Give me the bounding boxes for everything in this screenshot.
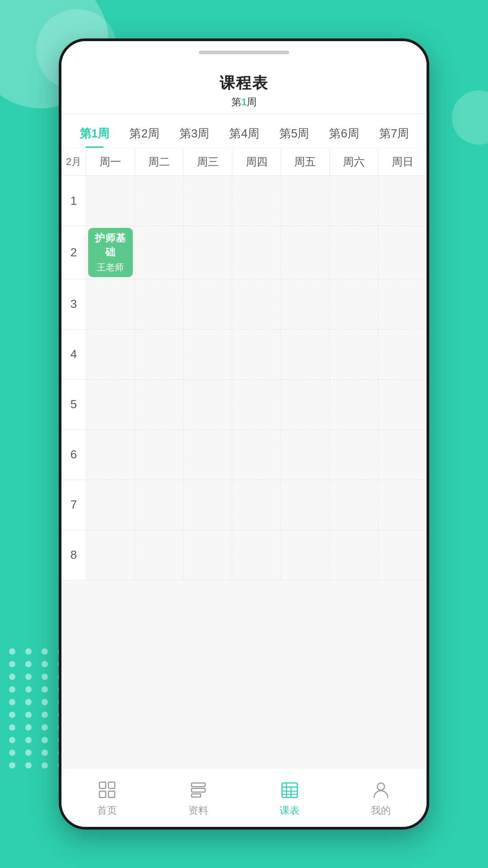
cell-1-sun[interactable] <box>378 176 427 226</box>
cell-7-wed[interactable] <box>183 480 232 530</box>
cell-3-sun[interactable] <box>378 279 427 329</box>
day-header-sat: 周六 <box>330 148 379 175</box>
cell-4-fri[interactable] <box>281 330 330 379</box>
cell-1-mon[interactable] <box>86 176 135 226</box>
svg-rect-2 <box>99 791 106 797</box>
nav-item-profile[interactable]: 我的 <box>335 778 427 817</box>
cell-4-sat[interactable] <box>330 330 379 379</box>
course-teacher: 王老师 <box>97 261 124 274</box>
cell-3-thu[interactable] <box>232 279 281 329</box>
cell-4-tue[interactable] <box>135 330 184 379</box>
cell-1-wed[interactable] <box>183 176 232 226</box>
nav-item-materials[interactable]: 资料 <box>153 778 244 817</box>
header: 课程表 第1周 <box>61 64 427 114</box>
cell-3-tue[interactable] <box>135 279 184 329</box>
svg-rect-4 <box>192 783 205 787</box>
period-num-6: 6 <box>61 430 86 480</box>
week-tab-8[interactable]: 第8周 <box>420 121 427 148</box>
cell-1-sat[interactable] <box>330 176 379 226</box>
period-num-1: 1 <box>61 176 86 226</box>
cell-5-mon[interactable] <box>86 380 135 429</box>
cell-7-sun[interactable] <box>378 480 427 530</box>
cell-7-tue[interactable] <box>135 480 184 530</box>
cell-3-sat[interactable] <box>330 279 379 329</box>
cell-8-thu[interactable] <box>232 530 281 580</box>
week-tab-6[interactable]: 第6周 <box>320 121 368 148</box>
cell-5-sat[interactable] <box>330 380 379 429</box>
current-week-label: 第1周 <box>61 95 427 109</box>
cell-6-tue[interactable] <box>135 430 184 480</box>
cell-5-fri[interactable] <box>281 380 330 429</box>
bottom-nav: 首页 资料 <box>61 768 427 827</box>
cell-2-wed[interactable] <box>183 226 232 279</box>
cell-1-tue[interactable] <box>135 176 184 226</box>
period-row-6: 6 <box>61 430 427 480</box>
cell-6-mon[interactable] <box>86 430 135 480</box>
period-num-3: 3 <box>61 279 86 329</box>
period-row-4: 4 <box>61 330 427 380</box>
cell-1-fri[interactable] <box>281 176 330 226</box>
page-title: 课程表 <box>61 73 427 94</box>
cell-8-mon[interactable] <box>86 530 135 580</box>
status-bar <box>61 41 427 64</box>
cell-2-sat[interactable] <box>330 226 379 279</box>
nav-item-home[interactable]: 首页 <box>61 778 153 817</box>
cell-2-fri[interactable] <box>281 226 330 279</box>
cell-5-thu[interactable] <box>232 380 281 429</box>
cell-5-tue[interactable] <box>135 380 184 429</box>
cell-1-thu[interactable] <box>232 176 281 226</box>
cell-5-wed[interactable] <box>183 380 232 429</box>
week-tab-3[interactable]: 第3周 <box>170 121 218 148</box>
cell-7-thu[interactable] <box>232 480 281 530</box>
cell-5-sun[interactable] <box>378 380 427 429</box>
cell-4-wed[interactable] <box>183 330 232 379</box>
course-card-nursing[interactable]: 护师基础 王老师 <box>88 228 133 277</box>
cell-4-thu[interactable] <box>232 330 281 379</box>
cell-2-thu[interactable] <box>232 226 281 279</box>
day-header-fri: 周五 <box>281 148 330 175</box>
week-tab-2[interactable]: 第2周 <box>120 121 168 148</box>
cell-8-sat[interactable] <box>330 530 379 580</box>
cell-2-mon[interactable]: 护师基础 王老师 <box>86 226 135 279</box>
period-num-5: 5 <box>61 380 86 429</box>
cell-7-mon[interactable] <box>86 480 135 530</box>
cell-8-sun[interactable] <box>378 530 427 580</box>
cell-4-sun[interactable] <box>378 330 427 379</box>
cell-8-fri[interactable] <box>281 530 330 580</box>
week-tab-5[interactable]: 第5周 <box>270 121 318 148</box>
schedule-container: 2月 周一 周二 周三 周四 周五 周六 周日 1 <box>61 148 427 768</box>
cell-6-wed[interactable] <box>183 430 232 480</box>
cell-2-sun[interactable] <box>378 226 427 279</box>
cell-2-tue[interactable] <box>135 226 184 279</box>
cell-6-fri[interactable] <box>281 430 330 480</box>
period-row-7: 7 <box>61 480 427 530</box>
cell-7-fri[interactable] <box>281 480 330 530</box>
nav-label-materials: 资料 <box>188 804 208 817</box>
week-tab-4[interactable]: 第4周 <box>220 121 268 148</box>
grid-body: 1 2 护师基础 王老师 <box>61 176 427 768</box>
period-row-1: 1 <box>61 176 427 226</box>
nav-item-schedule[interactable]: 课表 <box>244 778 335 817</box>
period-num-7: 7 <box>61 480 86 530</box>
svg-rect-1 <box>108 782 115 788</box>
month-label: 2月 <box>61 148 86 175</box>
phone-frame: 课程表 第1周 第1周 第2周 第3周 第4周 第5周 第6周 第7周 第8周 … <box>59 38 429 830</box>
cell-3-mon[interactable] <box>86 279 135 329</box>
week-tab-1[interactable]: 第1周 <box>70 121 118 148</box>
cell-6-thu[interactable] <box>232 430 281 480</box>
app-content: 课程表 第1周 第1周 第2周 第3周 第4周 第5周 第6周 第7周 第8周 … <box>61 64 427 827</box>
period-row-5: 5 <box>61 380 427 430</box>
week-tab-7[interactable]: 第7周 <box>370 121 418 148</box>
cell-7-sat[interactable] <box>330 480 379 530</box>
cell-6-sun[interactable] <box>378 430 427 480</box>
schedule-icon <box>278 778 301 801</box>
cell-6-sat[interactable] <box>330 430 379 480</box>
day-headers-row: 2月 周一 周二 周三 周四 周五 周六 周日 <box>61 148 427 176</box>
day-header-thu: 周四 <box>232 148 281 175</box>
cell-3-wed[interactable] <box>183 279 232 329</box>
cell-8-wed[interactable] <box>183 530 232 580</box>
cell-8-tue[interactable] <box>135 530 184 580</box>
nav-label-schedule: 课表 <box>280 804 300 817</box>
cell-4-mon[interactable] <box>86 330 135 379</box>
cell-3-fri[interactable] <box>281 279 330 329</box>
